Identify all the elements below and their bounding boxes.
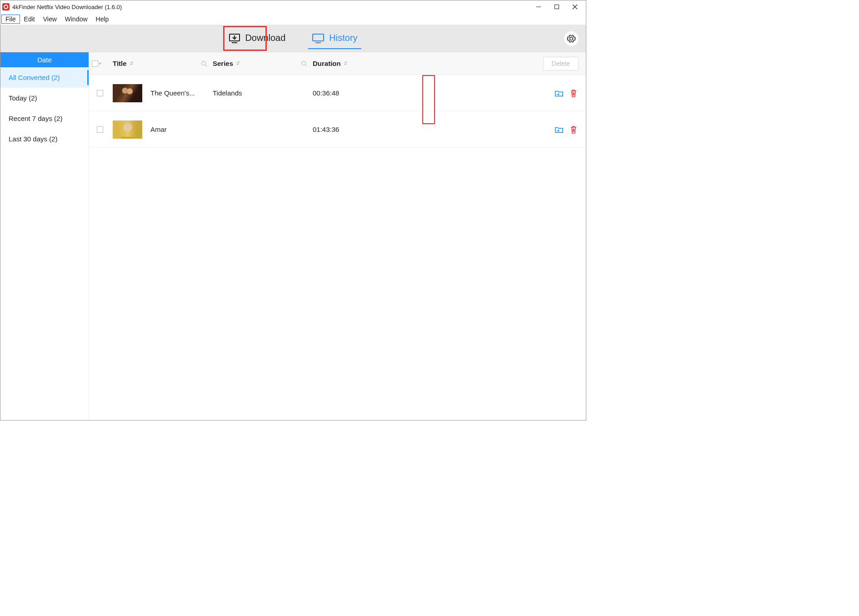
col-actions-header: Delete xyxy=(413,57,581,70)
sidebar: Date All Converted (2) Today (2) Recent … xyxy=(0,52,89,420)
sort-icon: ⇵ xyxy=(130,60,134,66)
col-check: ▾ xyxy=(92,60,108,67)
thumbnail xyxy=(113,84,142,102)
col-duration-label: Duration xyxy=(313,60,341,67)
col-title-header[interactable]: Title ⇵ xyxy=(108,60,213,67)
titlebar: 4kFinder Netflix Video Downloader (1.6.0… xyxy=(0,0,586,13)
toolbar: Download History xyxy=(0,25,586,52)
row-duration: 00:36:48 xyxy=(313,89,413,97)
chevron-down-icon[interactable]: ▾ xyxy=(99,61,101,66)
menubar: File Edit View Window Help xyxy=(0,13,586,25)
svg-line-12 xyxy=(305,65,307,66)
col-series-label: Series xyxy=(213,60,233,67)
select-all-checkbox[interactable] xyxy=(92,60,98,67)
folder-open-icon xyxy=(554,125,564,134)
menu-view[interactable]: View xyxy=(39,15,61,24)
svg-line-10 xyxy=(205,65,207,66)
row-title: The Queen's... xyxy=(150,89,213,97)
svg-point-11 xyxy=(302,61,306,65)
download-icon xyxy=(229,33,240,44)
sort-icon: ⇵ xyxy=(236,60,240,66)
row-actions xyxy=(554,89,579,98)
window-controls xyxy=(529,1,584,13)
menu-window[interactable]: Window xyxy=(61,15,92,24)
sidebar-item-last-30-days[interactable]: Last 30 days (2) xyxy=(0,129,89,149)
window-title: 4kFinder Netflix Video Downloader (1.6.0… xyxy=(12,4,529,10)
gear-icon xyxy=(567,34,576,43)
delete-row-button[interactable] xyxy=(569,89,579,98)
tab-history-label: History xyxy=(329,33,357,43)
tabs: Download History xyxy=(222,29,364,48)
main: ▾ Title ⇵ Series ⇵ Duration ⇵ xyxy=(89,52,586,420)
tab-download[interactable]: Download xyxy=(222,29,292,48)
maximize-button[interactable] xyxy=(548,1,566,13)
row-actions xyxy=(554,125,579,134)
sidebar-item-today[interactable]: Today (2) xyxy=(0,88,89,108)
menu-file[interactable]: File xyxy=(1,15,20,24)
sidebar-header: Date xyxy=(0,52,89,67)
row-checkbox[interactable] xyxy=(97,126,103,133)
minimize-button[interactable] xyxy=(529,1,548,13)
tab-download-label: Download xyxy=(245,33,285,43)
table-header: ▾ Title ⇵ Series ⇵ Duration ⇵ xyxy=(89,52,586,75)
sidebar-item-all-converted[interactable]: All Converted (2) xyxy=(0,67,89,88)
open-folder-button[interactable] xyxy=(554,125,564,134)
monitor-icon xyxy=(312,33,325,44)
body: Date All Converted (2) Today (2) Recent … xyxy=(0,52,586,420)
col-series-header[interactable]: Series ⇵ xyxy=(213,60,313,67)
search-icon[interactable] xyxy=(201,60,207,67)
col-duration-header[interactable]: Duration ⇵ xyxy=(313,60,413,67)
menu-edit[interactable]: Edit xyxy=(20,15,39,24)
sidebar-item-recent-7-days[interactable]: Recent 7 days (2) xyxy=(0,108,89,129)
delete-row-button[interactable] xyxy=(569,125,579,134)
row-series: Tidelands xyxy=(213,89,313,97)
tab-history[interactable]: History xyxy=(305,29,364,48)
delete-button[interactable]: Delete xyxy=(543,57,579,70)
app-icon xyxy=(2,3,10,10)
svg-rect-1 xyxy=(555,5,559,9)
row-title: Amar xyxy=(150,125,213,133)
svg-rect-7 xyxy=(313,34,324,41)
close-button[interactable] xyxy=(566,1,584,13)
thumbnail xyxy=(113,120,142,139)
table-row: Amar 01:43:36 xyxy=(89,111,586,148)
row-duration: 01:43:36 xyxy=(313,125,413,133)
svg-point-9 xyxy=(202,61,206,65)
menu-help[interactable]: Help xyxy=(92,15,113,24)
trash-icon xyxy=(569,89,578,98)
sort-icon: ⇵ xyxy=(344,60,348,66)
trash-icon xyxy=(569,125,578,134)
settings-button[interactable] xyxy=(564,31,579,46)
col-title-label: Title xyxy=(113,60,127,67)
open-folder-button[interactable] xyxy=(554,89,564,98)
folder-open-icon xyxy=(554,89,564,97)
search-icon[interactable] xyxy=(301,60,307,67)
table-row: The Queen's... Tidelands 00:36:48 xyxy=(89,75,586,111)
row-checkbox[interactable] xyxy=(97,90,103,96)
